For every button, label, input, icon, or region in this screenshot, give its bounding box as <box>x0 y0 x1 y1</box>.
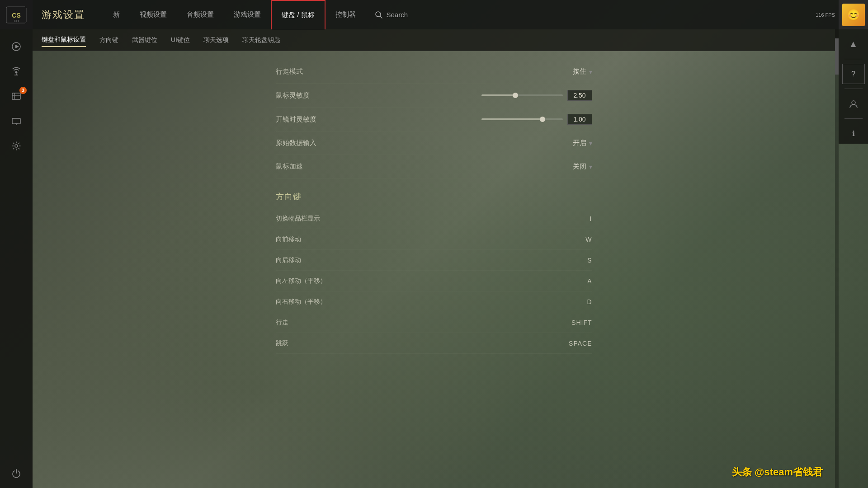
watermark: 头条 @steam省钱君 <box>732 465 823 479</box>
scrollbar[interactable] <box>835 29 839 488</box>
jump-label: 跳跃 <box>276 339 556 347</box>
zoom-sensitivity-value[interactable]: 1.00 <box>567 114 592 125</box>
zoom-sensitivity-thumb[interactable] <box>540 117 545 122</box>
info-icon[interactable]: ℹ <box>842 123 865 144</box>
person-icon[interactable] <box>842 94 865 114</box>
mouse-accel-label: 鼠标加速 <box>276 162 564 171</box>
scrollbar-thumb[interactable] <box>835 38 839 75</box>
search-icon <box>375 11 383 19</box>
main-content: 行走模式 按住 ▾ 鼠标灵敏度 2.50 开镜时灵敏度 <box>33 51 835 488</box>
svg-marker-7 <box>15 45 19 48</box>
sidebar-settings-icon[interactable] <box>5 136 28 156</box>
svg-line-4 <box>380 16 382 18</box>
raw-input-label: 原始数据输入 <box>276 139 564 147</box>
move-right-label: 向右移动（平移） <box>276 298 556 306</box>
keybind-walk: 行走 SHIFT <box>276 312 592 333</box>
keybind-move-forward: 向前移动 W <box>276 229 592 250</box>
raw-input-value: 开启 <box>564 139 586 147</box>
keybind-move-right: 向右移动（平移） D <box>276 291 592 312</box>
setting-zoom-sensitivity: 开镜时灵敏度 1.00 <box>276 108 592 131</box>
nav-tab-keyboard[interactable]: 键盘 / 鼠标 <box>271 0 326 29</box>
svg-point-17 <box>15 145 18 147</box>
subnav-chat-options[interactable]: 聊天选项 <box>203 34 229 47</box>
directional-header: 方向键 <box>276 178 592 208</box>
nav-tab-game[interactable]: 游戏设置 <box>224 0 271 29</box>
walk-mode-control[interactable]: 按住 ▾ <box>564 67 592 76</box>
sidebar-play-icon[interactable] <box>5 36 28 56</box>
subnav-ui-keys[interactable]: UI键位 <box>171 34 190 47</box>
jump-key[interactable]: SPACE <box>556 340 592 347</box>
zoom-sensitivity-track[interactable] <box>481 118 563 120</box>
raw-input-control[interactable]: 开启 ▾ <box>564 139 592 147</box>
svg-text:GO: GO <box>14 19 19 23</box>
nav-tabs: 新 视频设置 音频设置 游戏设置 键盘 / 鼠标 控制器 <box>103 0 366 29</box>
zoom-sensitivity-label: 开镜时灵敏度 <box>276 115 481 124</box>
walk-key[interactable]: SHIFT <box>556 319 592 326</box>
left-sidebar: 3 <box>0 29 33 488</box>
divider2 <box>844 89 863 89</box>
question-icon[interactable]: ? <box>842 64 865 84</box>
nav-tab-audio[interactable]: 音频设置 <box>177 0 224 29</box>
mouse-sensitivity-label: 鼠标灵敏度 <box>276 91 481 100</box>
svg-point-8 <box>15 71 18 73</box>
topbar: CS GO 游戏设置 新 视频设置 音频设置 游戏设置 键盘 / 鼠标 控制器 … <box>0 0 868 29</box>
walk-mode-label: 行走模式 <box>276 67 564 76</box>
mouse-sensitivity-control: 2.50 <box>481 90 592 101</box>
zoom-sensitivity-fill <box>481 118 542 120</box>
svg-point-5 <box>852 101 855 104</box>
move-forward-label: 向前移动 <box>276 235 556 244</box>
mouse-accel-value: 关闭 <box>564 162 586 171</box>
move-right-key[interactable]: D <box>556 298 592 305</box>
sidebar-inventory-icon[interactable]: 3 <box>5 86 28 106</box>
avatar-image: 😊 <box>842 4 865 26</box>
sidebar-tv-icon[interactable] <box>5 111 28 131</box>
page-title: 游戏设置 <box>42 8 85 22</box>
search-label: Search <box>387 11 408 19</box>
avatar[interactable]: 😊 <box>839 0 868 29</box>
walk-mode-arrow: ▾ <box>589 68 592 75</box>
subnav-keyboard-mouse[interactable]: 键盘和鼠标设置 <box>42 33 86 47</box>
setting-walk-mode: 行走模式 按住 ▾ <box>276 60 592 84</box>
nav-tab-controller[interactable]: 控制器 <box>326 0 366 29</box>
keybind-move-left: 向左移动（平移） A <box>276 271 592 291</box>
search-area[interactable]: Search <box>375 11 408 19</box>
mouse-sensitivity-fill <box>481 94 516 96</box>
nav-tab-new[interactable]: 新 <box>103 0 130 29</box>
mouse-accel-arrow: ▾ <box>589 163 592 170</box>
mouse-sensitivity-thumb[interactable] <box>513 93 518 98</box>
setting-raw-input: 原始数据输入 开启 ▾ <box>276 131 592 155</box>
svg-text:CS: CS <box>12 12 20 19</box>
sidebar-power-icon[interactable] <box>5 463 28 483</box>
move-forward-key[interactable]: W <box>556 236 592 243</box>
move-left-label: 向左移动（平移） <box>276 277 556 285</box>
sub-nav: 键盘和鼠标设置 方向键 武器键位 UI键位 聊天选项 聊天轮盘钥匙 <box>33 29 839 51</box>
setting-mouse-accel: 鼠标加速 关闭 ▾ <box>276 155 592 178</box>
toggle-inventory-label: 切换物品栏显示 <box>276 215 556 223</box>
walk-label: 行走 <box>276 319 556 327</box>
subnav-chat-wheel[interactable]: 聊天轮盘钥匙 <box>242 34 280 47</box>
keybind-jump: 跳跃 SPACE <box>276 333 592 354</box>
chevron-up-icon[interactable]: ▲ <box>842 34 865 54</box>
topbar-right: 116 FPS 😊 <box>812 0 868 29</box>
sidebar-broadcast-icon[interactable] <box>5 61 28 81</box>
raw-input-arrow: ▾ <box>589 140 592 147</box>
move-backward-key[interactable]: S <box>556 257 592 264</box>
csgo-logo[interactable]: CS GO <box>0 0 33 29</box>
move-left-key[interactable]: A <box>556 277 592 285</box>
mouse-sensitivity-track[interactable] <box>481 94 563 96</box>
move-backward-label: 向后移动 <box>276 256 556 264</box>
divider <box>844 59 863 59</box>
zoom-sensitivity-control: 1.00 <box>481 114 592 125</box>
subnav-weapon-keys[interactable]: 武器键位 <box>132 34 157 47</box>
mouse-accel-control[interactable]: 关闭 ▾ <box>564 162 592 171</box>
nav-tab-video[interactable]: 视频设置 <box>130 0 177 29</box>
subnav-directional[interactable]: 方向键 <box>99 34 118 47</box>
walk-mode-value: 按住 <box>564 67 586 76</box>
toggle-inventory-key[interactable]: I <box>556 215 592 222</box>
mouse-sensitivity-value[interactable]: 2.50 <box>567 90 592 101</box>
svg-rect-14 <box>12 118 20 124</box>
watermark-suffix: 省钱君 <box>793 466 823 478</box>
watermark-prefix: 头条 @steam <box>732 466 793 478</box>
setting-mouse-sensitivity: 鼠标灵敏度 2.50 <box>276 84 592 108</box>
settings-section: 行走模式 按住 ▾ 鼠标灵敏度 2.50 开镜时灵敏度 <box>276 60 592 354</box>
